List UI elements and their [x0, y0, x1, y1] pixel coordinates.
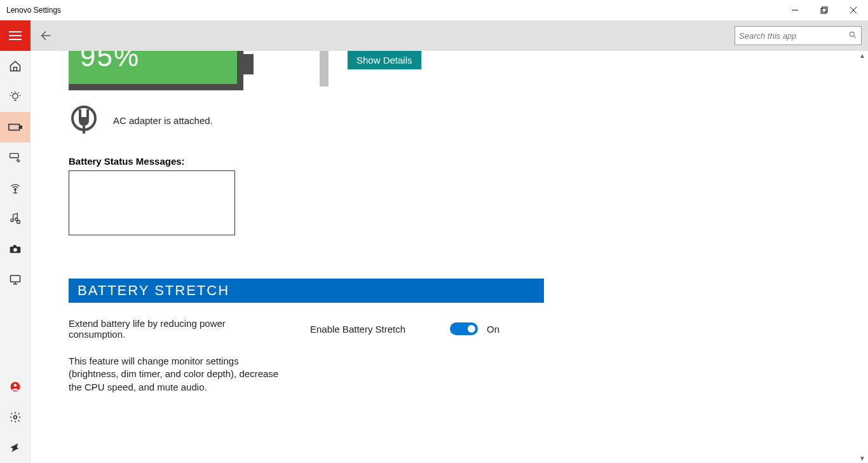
battery-status-messages-box	[69, 170, 235, 235]
svg-line-13	[11, 92, 12, 93]
plug-icon	[69, 104, 99, 137]
svg-point-25	[13, 248, 17, 252]
window-titlebar: Lenovo Settings	[0, 0, 868, 20]
inner-scrollbar-thumb[interactable]	[320, 51, 329, 86]
sidebar-item-power[interactable]	[0, 112, 30, 142]
battery-stretch-summary: Extend battery life by reducing power co…	[69, 318, 285, 340]
sidebar-item-feedback[interactable]	[0, 432, 30, 463]
svg-rect-2	[822, 7, 827, 12]
svg-rect-1	[821, 8, 826, 13]
sidebar-item-display[interactable]	[0, 265, 30, 295]
window-title: Lenovo Settings	[6, 6, 61, 15]
svg-rect-16	[20, 126, 22, 128]
svg-rect-17	[10, 153, 18, 158]
svg-rect-27	[10, 275, 20, 282]
sidebar-item-media[interactable]	[0, 204, 30, 234]
svg-point-23	[17, 221, 20, 224]
sidebar-item-camera[interactable]	[0, 234, 30, 265]
scroll-up-icon[interactable]: ▲	[859, 52, 865, 59]
scroll-down-icon[interactable]: ▼	[859, 455, 865, 462]
battery-status-messages-label: Battery Status Messages:	[69, 156, 830, 167]
battery-stretch-header: BATTERY STRETCH	[69, 279, 544, 303]
enable-battery-stretch-label: Enable Battery Stretch	[310, 324, 424, 335]
sidebar-item-account[interactable]	[0, 371, 30, 402]
sidebar-item-input[interactable]	[0, 142, 30, 173]
svg-point-21	[10, 219, 13, 221]
search-icon	[848, 31, 857, 41]
app-toolbar	[0, 20, 868, 51]
sidebar-nav	[0, 51, 31, 463]
svg-point-8	[12, 93, 17, 99]
ac-status-text: AC adapter is attached.	[113, 115, 213, 126]
content-scrollbar[interactable]: ▲ ▼	[857, 102, 868, 463]
close-button[interactable]	[839, 0, 868, 20]
svg-point-32	[13, 416, 17, 419]
sidebar-item-network[interactable]	[0, 173, 30, 204]
battery-percent: 95%	[69, 51, 140, 62]
battery-stretch-toggle-state: On	[487, 324, 499, 335]
battery-stretch-toggle[interactable]	[450, 322, 478, 335]
svg-line-14	[18, 92, 18, 93]
svg-rect-26	[13, 245, 16, 247]
svg-point-6	[850, 32, 854, 36]
maximize-button[interactable]	[810, 0, 839, 20]
hamburger-menu-button[interactable]	[0, 20, 31, 51]
sidebar-item-idea[interactable]	[0, 81, 30, 112]
svg-point-22	[15, 218, 17, 221]
back-button[interactable]	[31, 20, 61, 51]
svg-rect-15	[8, 124, 19, 130]
sidebar-item-settings[interactable]	[0, 402, 30, 432]
svg-point-31	[13, 384, 17, 387]
battery-gauge: 95%	[69, 51, 243, 90]
svg-line-7	[854, 36, 856, 38]
show-details-button[interactable]: Show Details	[348, 51, 421, 69]
search-box[interactable]	[735, 26, 862, 45]
main-content: 95% Show Details AC adapter is attached.…	[31, 51, 868, 463]
sidebar-item-home[interactable]	[0, 51, 30, 81]
battery-stretch-description: This feature will change monitor setting…	[69, 355, 291, 394]
search-input[interactable]	[739, 31, 848, 41]
minimize-button[interactable]	[780, 0, 810, 20]
